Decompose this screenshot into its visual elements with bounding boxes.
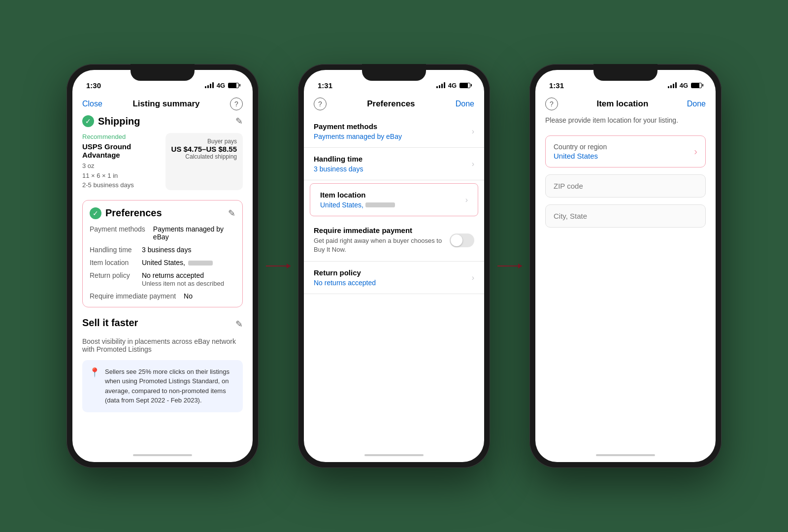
home-bar-3 bbox=[596, 454, 655, 456]
city-state-input[interactable] bbox=[545, 204, 706, 228]
status-icons-1: 4G bbox=[205, 82, 239, 89]
pref-return-content: Return policy No returns accepted bbox=[314, 268, 376, 287]
zip-code-group bbox=[545, 174, 706, 198]
zip-code-input[interactable] bbox=[545, 174, 706, 198]
content-scroll-1[interactable]: ✓ Shipping ✎ Recommended USPS Ground Adv… bbox=[72, 115, 253, 448]
pref-return-label: Return policy bbox=[90, 271, 134, 287]
scene: 1:30 4G bbox=[57, 54, 731, 478]
home-indicator-1 bbox=[72, 448, 253, 462]
network-label-2: 4G bbox=[448, 82, 457, 89]
screen-content-2: Payment methods Payments managed by eBay… bbox=[304, 115, 484, 448]
close-button[interactable]: Close bbox=[82, 100, 102, 108]
time-2: 1:31 bbox=[318, 81, 332, 90]
preferences-check-icon: ✓ bbox=[90, 207, 101, 219]
country-label: Country or region bbox=[554, 143, 607, 151]
preferences-title-group: ✓ Preferences bbox=[90, 207, 162, 219]
promo-text: Sellers see 25% more clicks on their lis… bbox=[105, 367, 236, 405]
pref-return-label-2: Return policy bbox=[314, 268, 376, 277]
phone-2-frame: 1:31 4G bbox=[298, 64, 490, 468]
pref-location-label-2: Item location bbox=[320, 191, 395, 199]
arrow-1 bbox=[259, 266, 298, 266]
promo-card: 📍 Sellers see 25% more clicks on their l… bbox=[82, 360, 243, 412]
preferences-header: ✓ Preferences ✎ bbox=[90, 207, 235, 219]
home-indicator-3 bbox=[535, 448, 716, 462]
status-icons-2: 4G bbox=[436, 82, 470, 89]
shipping-edit-icon[interactable]: ✎ bbox=[235, 116, 243, 127]
location-description: Please provide item location for your li… bbox=[545, 115, 706, 126]
pref-handling-value: 3 business days bbox=[142, 246, 235, 254]
home-bar-2 bbox=[364, 454, 424, 456]
require-payment-toggle[interactable] bbox=[450, 233, 474, 247]
shipping-right: Buyer pays US $4.75–US $8.55 Calculated … bbox=[165, 133, 243, 190]
sell-faster-title: Sell it faster bbox=[82, 317, 138, 329]
pref-payment-value: Payments managed by eBay bbox=[153, 225, 235, 241]
pref-location-value-2: United States, bbox=[320, 201, 395, 209]
help-icon-1[interactable]: ? bbox=[230, 98, 243, 110]
pref-return-value: No returns accepted Unless item not as d… bbox=[142, 271, 235, 287]
signal-icon-2 bbox=[436, 82, 445, 88]
phone-3: 1:31 4G bbox=[529, 64, 722, 468]
preferences-section: ✓ Preferences ✎ Payment methods Payments… bbox=[82, 200, 243, 307]
country-region-row[interactable]: Country or region United States › bbox=[545, 135, 706, 167]
help-icon-3[interactable]: ? bbox=[545, 98, 558, 110]
pref-location-item[interactable]: Item location United States, › bbox=[310, 183, 478, 216]
pref-payment-item[interactable]: Payment methods Payments managed by eBay… bbox=[304, 115, 484, 148]
preferences-title: Preferences bbox=[105, 207, 162, 219]
pref-handling-row: Handling time 3 business days bbox=[90, 246, 235, 254]
notch-2 bbox=[362, 64, 426, 81]
pref-require-label: Require immediate payment bbox=[90, 292, 176, 300]
nav-title-2: Preferences bbox=[367, 99, 415, 109]
chevron-return: › bbox=[472, 273, 474, 282]
pref-location-value: United States, bbox=[142, 259, 235, 266]
location-blur bbox=[188, 261, 213, 266]
shipping-section: ✓ Shipping ✎ Recommended USPS Ground Adv… bbox=[82, 115, 243, 190]
help-icon-2[interactable]: ? bbox=[314, 98, 327, 110]
phone-3-screen: 1:31 4G bbox=[535, 70, 716, 462]
shipping-title-group: ✓ Shipping bbox=[82, 115, 140, 127]
calculated-shipping-label: Calculated shipping bbox=[171, 153, 237, 160]
phone-1: 1:30 4G bbox=[66, 64, 259, 468]
home-indicator-2 bbox=[304, 448, 484, 462]
network-label-3: 4G bbox=[680, 82, 688, 89]
phone-1-screen: 1:30 4G bbox=[72, 70, 253, 462]
pref-require-row: Require immediate payment No bbox=[90, 292, 235, 300]
pref-handling-label: Handling time bbox=[90, 246, 134, 254]
chevron-payment: › bbox=[472, 127, 474, 136]
arrow-2 bbox=[490, 266, 529, 266]
pref-handling-value-2: 3 business days bbox=[314, 165, 363, 173]
phone-2: 1:31 4G bbox=[298, 64, 490, 468]
nav-title-3: Item location bbox=[596, 99, 648, 109]
pref-payment-label-2: Payment methods bbox=[314, 122, 402, 131]
preferences-edit-icon[interactable]: ✎ bbox=[228, 208, 235, 219]
pref-require-value: No bbox=[184, 292, 235, 300]
pref-payment-label: Payment methods bbox=[90, 225, 145, 241]
chevron-handling: › bbox=[472, 160, 474, 168]
screen-content-1: ✓ Shipping ✎ Recommended USPS Ground Adv… bbox=[72, 115, 253, 448]
sell-faster-header: Sell it faster ✎ bbox=[82, 317, 243, 332]
signal-icon-1 bbox=[205, 82, 214, 88]
pref-handling-content: Handling time 3 business days bbox=[314, 155, 363, 173]
done-button-2[interactable]: Done bbox=[456, 100, 474, 108]
location-content: Please provide item location for your li… bbox=[535, 115, 716, 234]
phone-3-frame: 1:31 4G bbox=[529, 64, 722, 468]
time-1: 1:30 bbox=[86, 81, 101, 90]
buyer-pays-price: US $4.75–US $8.55 bbox=[171, 145, 237, 153]
signal-icon-3 bbox=[668, 82, 677, 88]
pref-return-item[interactable]: Return policy No returns accepted › bbox=[304, 262, 484, 294]
buyer-pays-label: Buyer pays bbox=[171, 138, 237, 145]
pref-location-content: Item location United States, bbox=[320, 191, 395, 209]
screen-content-3: Please provide item location for your li… bbox=[535, 115, 716, 448]
pref-handling-label-2: Handling time bbox=[314, 155, 363, 163]
shipping-left: Recommended USPS Ground Advantage 3 oz 1… bbox=[82, 133, 160, 190]
pref-handling-item[interactable]: Handling time 3 business days › bbox=[304, 148, 484, 180]
toggle-thumb bbox=[451, 234, 462, 246]
promo-icon: 📍 bbox=[89, 367, 100, 378]
done-button-3[interactable]: Done bbox=[687, 100, 706, 108]
shipping-title: Shipping bbox=[98, 116, 140, 127]
pref-require-item: Require immediate payment Get paid right… bbox=[304, 219, 484, 262]
pref-payment-row: Payment methods Payments managed by eBay bbox=[90, 225, 235, 241]
country-value: United States bbox=[554, 152, 607, 160]
nav-bar-1: Close Listing summary ? bbox=[72, 94, 253, 115]
sell-faster-edit-icon[interactable]: ✎ bbox=[235, 319, 243, 330]
pref-return-value-2: No returns accepted bbox=[314, 279, 376, 287]
